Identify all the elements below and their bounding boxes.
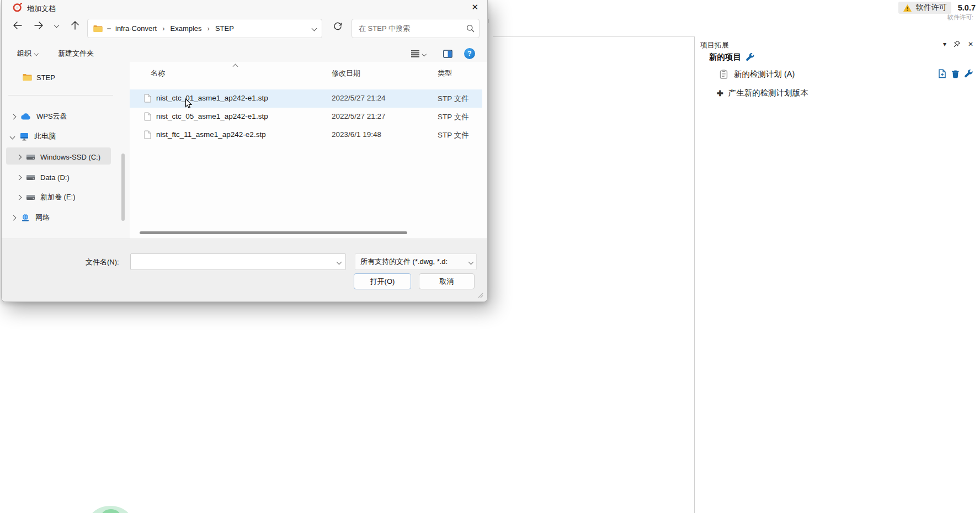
file-list: 名称 修改日期 类型 nist_ctc_01_asme1_ap242-e1.st…	[130, 62, 487, 239]
file-date: 2022/5/27 21:24	[332, 94, 386, 102]
breadcrumb-item[interactable]: Examples	[170, 24, 201, 33]
version-number: 5.0.7	[958, 3, 976, 12]
pin-icon[interactable]	[954, 40, 961, 47]
inspection-plan-icon	[720, 70, 728, 79]
filename-dropdown-chevron-icon[interactable]	[337, 259, 342, 265]
search-input[interactable]	[358, 24, 463, 33]
expander-chevron-icon[interactable]	[17, 194, 22, 200]
expander-chevron-icon[interactable]	[17, 154, 22, 160]
folder-icon	[23, 73, 32, 81]
sidebar-item-label: 网络	[35, 213, 50, 223]
up-button[interactable]	[71, 21, 79, 30]
sidebar-item-label: WPS云盘	[36, 112, 67, 121]
open-button-label: 打开(O)	[370, 277, 395, 287]
file-type: STP 文件	[438, 130, 469, 140]
cancel-button-label: 取消	[440, 277, 454, 287]
sidebar-divider	[8, 95, 113, 96]
assistant-bubble-core	[102, 509, 120, 513]
mouse-cursor	[185, 98, 193, 109]
panel-header-controls: ▾ ✕	[943, 40, 973, 47]
breadcrumb-item[interactable]: infra-Convert	[115, 24, 157, 33]
file-icon	[144, 112, 151, 121]
breadcrumb-item[interactable]: STEP	[215, 24, 234, 33]
file-name: nist_ctc_01_asme1_ap242-e1.stp	[156, 94, 268, 102]
expander-chevron-icon[interactable]	[11, 114, 17, 119]
project-row: 新的项目	[709, 52, 754, 62]
sidebar-item-windows-ssd-c[interactable]: Windows-SSD (C:)	[17, 149, 100, 165]
horizontal-scrollbar[interactable]	[140, 231, 407, 234]
panel-close-icon[interactable]: ✕	[968, 41, 973, 47]
filetype-filter-value: 所有支持的文件 (*.dwg, *.d:	[360, 257, 469, 267]
refresh-button[interactable]	[333, 22, 342, 31]
dialog-footer: 文件名(N): 所有支持的文件 (*.dwg, *.d: 打开(O) 取消	[2, 239, 487, 302]
new-folder-label: 新建文件夹	[58, 49, 94, 59]
recent-locations-chevron-icon[interactable]	[54, 23, 60, 28]
computer-icon	[20, 133, 29, 141]
file-row[interactable]: nist_ctc_05_asme1_ap242-e1.stp 2022/5/27…	[130, 108, 482, 126]
expander-chevron-icon[interactable]	[10, 134, 15, 139]
dialog-titlebar[interactable]: 增加文档 ✕	[2, 0, 487, 15]
cancel-button[interactable]: 取消	[419, 273, 475, 289]
sidebar-item-label: 此电脑	[34, 131, 56, 141]
organize-button[interactable]: 组织	[17, 49, 38, 59]
expander-chevron-icon[interactable]	[17, 174, 22, 180]
back-button[interactable]	[13, 22, 22, 29]
folder-icon	[93, 25, 103, 33]
sidebar-item-label: 新加卷 (E:)	[40, 192, 76, 202]
cloud-icon	[21, 113, 31, 120]
expander-chevron-icon[interactable]	[11, 215, 17, 220]
dialog-close-icon[interactable]: ✕	[471, 2, 478, 12]
preview-pane-button[interactable]	[443, 50, 452, 58]
project-settings-wrench-icon[interactable]	[746, 53, 754, 61]
sidebar-item-network[interactable]: 网络	[12, 209, 50, 226]
file-name: nist_ftc_11_asme1_ap242-e2.stp	[156, 130, 266, 139]
sort-ascending-icon[interactable]	[233, 64, 238, 70]
view-mode-chevron-icon	[422, 52, 427, 56]
sidebar-item-new-volume-e[interactable]: 新加卷 (E:)	[17, 189, 76, 205]
file-row[interactable]: nist_ftc_11_asme1_ap242-e2.stp 2023/6/1 …	[130, 126, 482, 144]
file-type: STP 文件	[438, 112, 469, 122]
column-header-date[interactable]: 修改日期	[332, 68, 360, 78]
sidebar-scrollbar[interactable]	[121, 154, 125, 221]
file-name: nist_ctc_05_asme1_ap242-e1.stp	[156, 112, 268, 120]
delete-icon[interactable]	[951, 70, 960, 78]
inspection-plan-row[interactable]: 新的检测计划 (A)	[720, 69, 795, 80]
search-box	[351, 19, 480, 38]
column-header-type[interactable]: 类型	[438, 68, 452, 78]
plan-settings-wrench-icon[interactable]	[965, 70, 973, 78]
address-dropdown-chevron-icon[interactable]	[312, 26, 317, 31]
add-document-icon[interactable]	[938, 69, 946, 78]
filetype-filter-dropdown[interactable]: 所有支持的文件 (*.dwg, *.d:	[355, 253, 477, 270]
view-mode-button[interactable]	[411, 50, 426, 57]
new-plan-version-row[interactable]: ✚ 产生新的检测计划版本	[717, 88, 808, 98]
forward-button[interactable]	[34, 22, 44, 29]
new-folder-button[interactable]: 新建文件夹	[58, 49, 94, 59]
sidebar-item-step[interactable]: STEP	[23, 69, 55, 86]
sidebar-item-data-d[interactable]: Data (D:)	[17, 169, 70, 186]
new-plan-version-label: 产生新的检测计划版本	[728, 88, 808, 98]
open-button[interactable]: 打开(O)	[354, 273, 411, 289]
screen: 软件许可 5.0.7 软件许可: 项目拓展 ▾ ✕ 新的项目	[0, 0, 980, 513]
inspection-plan-label: 新的检测计划 (A)	[734, 69, 795, 80]
drive-icon	[26, 194, 35, 200]
file-type: STP 文件	[438, 94, 469, 104]
drive-icon	[26, 154, 35, 160]
sidebar-item-wps-cloud[interactable]: WPS云盘	[12, 108, 67, 125]
assistant-bubble[interactable]	[88, 506, 132, 513]
filename-input[interactable]	[135, 257, 337, 267]
plan-action-icons	[938, 69, 973, 78]
help-button[interactable]: ?	[464, 48, 475, 59]
license-subtext: 软件许可:	[947, 13, 973, 22]
panel-menu-caret-icon[interactable]: ▾	[943, 41, 946, 47]
breadcrumb[interactable]: infra-Convert › Examples › STEP	[87, 19, 322, 38]
column-header-name[interactable]: 名称	[151, 68, 165, 78]
add-document-dialog: 增加文档 ✕ infra-Convert › Examples › STEP	[1, 0, 488, 302]
file-row[interactable]: nist_ctc_01_asme1_ap242-e1.stp 2022/5/27…	[130, 89, 482, 108]
breadcrumb-separator-icon: ›	[206, 24, 211, 33]
sidebar-item-this-pc[interactable]: 此电脑	[10, 128, 56, 145]
search-icon	[466, 24, 475, 33]
app-logo-icon	[13, 3, 22, 12]
resize-grip[interactable]	[476, 291, 483, 298]
breadcrumb-separator-icon: ›	[161, 24, 166, 33]
license-pill[interactable]: 软件许可	[898, 2, 951, 14]
